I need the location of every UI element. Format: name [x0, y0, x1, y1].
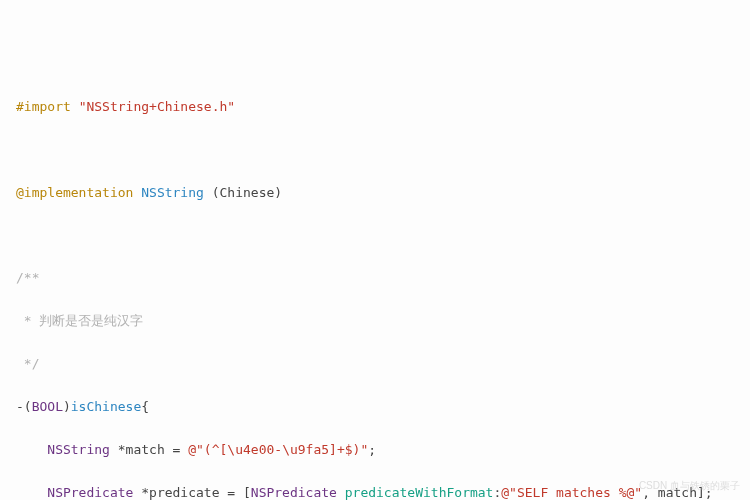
code-text: *match = — [110, 442, 188, 457]
type: NSString — [47, 442, 110, 457]
string-literal: @"SELF matches %@" — [501, 485, 642, 500]
method-sig: -( — [16, 399, 32, 414]
method-name: isChinese — [71, 399, 141, 414]
selector: predicateWithFormat — [345, 485, 494, 500]
code-line: -(BOOL)isChinese{ — [16, 396, 734, 417]
code-text: *predicate = [ — [133, 485, 250, 500]
category-name: (Chinese) — [212, 185, 282, 200]
semicolon: ; — [368, 442, 376, 457]
brace-open: { — [141, 399, 149, 414]
code-line: NSPredicate *predicate = [NSPredicate pr… — [16, 482, 734, 500]
at-implementation: @implementation — [16, 185, 133, 200]
comment-line: */ — [16, 353, 734, 374]
comment-line: /** — [16, 267, 734, 288]
return-type: BOOL — [32, 399, 63, 414]
code-line: NSString *match = @"(^[\u4e00-\u9fa5]+$)… — [16, 439, 734, 460]
code-line: #import "NSString+Chinese.h" — [16, 96, 734, 117]
class-name: NSString — [141, 185, 204, 200]
preproc-import: #import — [16, 99, 71, 114]
code-line: @implementation NSString (Chinese) — [16, 182, 734, 203]
import-path-string: "NSString+Chinese.h" — [79, 99, 236, 114]
code-line-blank — [16, 224, 734, 245]
code-line-blank — [16, 139, 734, 160]
code-text — [337, 485, 345, 500]
type: NSPredicate — [47, 485, 133, 500]
watermark: CSDN 血与铁锈的栗子 — [639, 478, 740, 495]
type: NSPredicate — [251, 485, 337, 500]
string-literal: @"(^[\u4e00-\u9fa5]+$)" — [188, 442, 368, 457]
comment-line: * 判断是否是纯汉字 — [16, 310, 734, 331]
method-sig: ) — [63, 399, 71, 414]
